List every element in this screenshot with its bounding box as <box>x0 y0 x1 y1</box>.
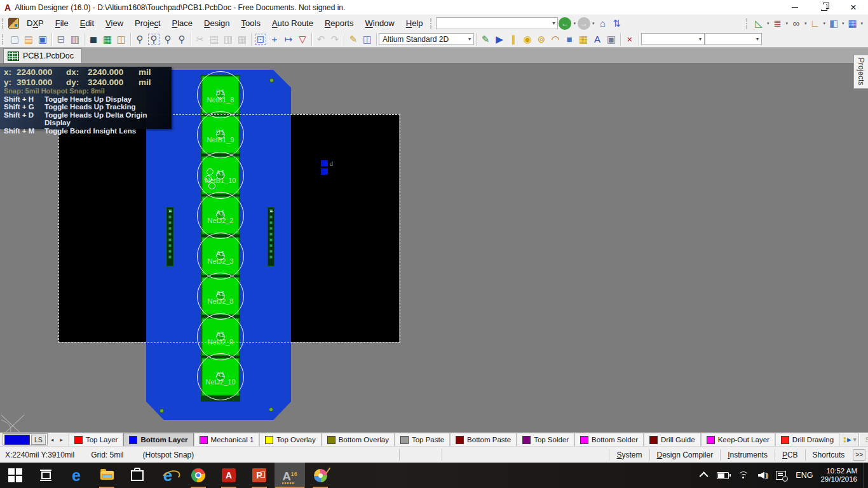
layer-tab-top-paste[interactable]: Top Paste <box>395 433 450 446</box>
find-similar-icon-caret[interactable]: ▾ <box>804 21 807 26</box>
zoom-selected-icon[interactable]: ⚲ <box>175 32 189 46</box>
print-icon[interactable]: ⊟ <box>54 32 68 46</box>
taskbar-app-store[interactable] <box>122 463 153 488</box>
panel-button-instruments[interactable]: Instruments <box>720 449 775 461</box>
pcb-document-icon[interactable]: ▦ <box>100 32 114 46</box>
grid-icon[interactable]: ▦ <box>845 17 859 30</box>
new-document-icon[interactable]: ▢ <box>8 32 22 46</box>
layer-tab-drill-guide[interactable]: Drill Guide <box>644 433 701 446</box>
place-fill-icon[interactable]: ■ <box>562 32 576 46</box>
layer-tab-top-overlay[interactable]: Top Overlay <box>259 433 321 446</box>
zoom-document-icon[interactable]: ⚲ <box>133 32 147 46</box>
grid-icon-caret[interactable]: ▾ <box>860 21 863 26</box>
menu-item-file[interactable]: File <box>50 17 74 30</box>
battery-icon[interactable] <box>717 472 729 479</box>
place-via-icon[interactable]: ⊚ <box>534 32 548 46</box>
small-component[interactable]: d <box>321 160 328 177</box>
refresh-icon[interactable]: ⇅ <box>610 17 624 30</box>
toolbar-grip[interactable] <box>2 18 5 29</box>
layer-set-control[interactable]: LS <box>3 433 48 445</box>
taskbar-app-altium-designer[interactable]: A16 <box>275 463 305 488</box>
eco-mode-icon[interactable]: × <box>623 32 637 46</box>
forward-caret-icon[interactable]: ▾ <box>592 21 595 26</box>
panel-button-pcb[interactable]: PCB <box>775 449 805 461</box>
menu-item-auto-route[interactable]: Auto Route <box>266 17 319 30</box>
layer-tab-keep-out-layer[interactable]: Keep-Out Layer <box>701 433 775 446</box>
layer-set-button[interactable]: LS <box>31 435 46 445</box>
view-selector-caret-icon[interactable]: ▾ <box>466 36 473 42</box>
menu-item-window[interactable]: Window <box>359 17 400 30</box>
taskbar-app-chrome[interactable] <box>183 463 214 488</box>
zoom-in-icon[interactable]: ⚲ <box>161 32 175 46</box>
taskbar-app-paint[interactable] <box>305 463 336 488</box>
back-caret-icon[interactable]: ▾ <box>573 21 576 26</box>
place-polygon-icon[interactable]: ▦ <box>576 32 590 46</box>
place-pad-icon[interactable]: ◉ <box>520 32 534 46</box>
left-connector[interactable] <box>166 207 173 266</box>
snap-button[interactable]: Snap <box>859 433 868 446</box>
volume-icon[interactable]: )) <box>758 471 767 479</box>
taskbar-app-internet-explorer[interactable]: e <box>153 463 183 488</box>
menu-item-reports[interactable]: Reports <box>319 17 360 30</box>
taskbar-app-start[interactable] <box>0 463 31 488</box>
align-objects-icon[interactable]: ≣ <box>770 17 784 30</box>
panel-button-system[interactable]: System <box>609 449 649 461</box>
dimension-icon-caret[interactable]: ▾ <box>823 21 825 26</box>
scroll-layers-left-button[interactable]: ◂ <box>48 437 57 443</box>
layer-tab-top-layer[interactable]: Top Layer <box>69 433 124 446</box>
board-planning-icon[interactable]: ◫ <box>114 32 128 46</box>
panel-button-shortcuts[interactable]: Shortcuts <box>805 449 852 461</box>
dxp-icon[interactable] <box>8 18 19 29</box>
insight-measure-icon[interactable]: ◺ <box>752 17 766 30</box>
room-icon-caret[interactable]: ▾ <box>842 21 844 26</box>
taskbar-app-task-view[interactable] <box>31 463 61 488</box>
clock[interactable]: 10:52 AM 29/10/2016 <box>820 467 857 484</box>
layer-tab-top-solder[interactable]: Top Solder <box>517 433 574 446</box>
panel-button-design-compiler[interactable]: Design Compiler <box>649 449 721 461</box>
highlight-net-icon[interactable]: ▶ <box>492 32 506 46</box>
menu-item-view[interactable]: View <box>100 17 129 30</box>
forward-icon[interactable]: → <box>578 17 590 30</box>
layer-tab-mechanical-1[interactable]: Mechanical 1 <box>194 433 260 446</box>
taskbar-app-file-explorer[interactable] <box>92 463 122 488</box>
quick-search-combo[interactable]: ▾ <box>436 17 558 29</box>
insight-measure-icon-caret[interactable]: ▾ <box>767 21 770 26</box>
view-3d-icon[interactable]: ◼ <box>86 32 100 46</box>
show-desktop-button[interactable] <box>864 463 868 488</box>
close-button[interactable]: × <box>839 0 868 15</box>
room-icon[interactable]: ◧ <box>827 17 841 30</box>
layer-tab-bottom-overlay[interactable]: Bottom Overlay <box>322 433 395 446</box>
layer-filter-icons[interactable]: ●● ▶ ▼ <box>843 437 858 443</box>
layer-tab-bottom-layer[interactable]: Bottom Layer <box>123 433 193 446</box>
taskbar-app-acrobat-reader[interactable]: A <box>214 463 244 488</box>
view-selector[interactable]: Altium Standard 2D▾ <box>379 33 474 45</box>
open-document-icon[interactable]: ▤ <box>22 32 36 46</box>
print-preview-icon[interactable]: ▥ <box>68 32 82 46</box>
place-string-icon[interactable]: A <box>590 32 604 46</box>
toolbar-combo-1-caret-icon[interactable]: ▾ <box>696 36 704 42</box>
minimize-button[interactable] <box>780 0 810 15</box>
menu-item-tools[interactable]: Tools <box>236 17 266 30</box>
clear-filter-icon[interactable]: ▽ <box>295 32 309 46</box>
browse-components-icon[interactable]: ◫ <box>360 32 374 46</box>
projects-panel-tab[interactable]: Projects <box>853 55 868 89</box>
toolbar-combo-1[interactable]: ▾ <box>641 33 705 45</box>
quick-search-combo-caret-icon[interactable]: ▾ <box>550 20 557 26</box>
menu-item-dxp[interactable]: DXP <box>21 17 50 30</box>
action-center-icon[interactable] <box>776 471 786 480</box>
menu-item-design[interactable]: Design <box>198 17 235 30</box>
diff-pair-routing-icon[interactable]: ∥ <box>506 32 520 46</box>
toolbar-combo-2[interactable]: ▾ <box>705 33 762 45</box>
zoom-area-icon[interactable]: ⚲ <box>147 32 161 46</box>
layer-tab-drill-drawing[interactable]: Drill Drawing <box>775 433 839 446</box>
menu-item-edit[interactable]: Edit <box>74 17 100 30</box>
interactive-routing-icon[interactable]: ✎ <box>478 32 492 46</box>
place-component-icon[interactable]: ▣ <box>604 32 618 46</box>
tab-pcb1-pcbdoc[interactable]: PCB1.PcbDoc <box>3 48 82 63</box>
menu-item-place[interactable]: Place <box>166 17 199 30</box>
menu-item-help[interactable]: Help <box>400 17 429 30</box>
wizard-icon[interactable]: ✎ <box>346 32 360 46</box>
wifi-icon[interactable] <box>738 471 749 479</box>
dimension-icon[interactable]: ∟ <box>808 17 822 30</box>
layer-tab-bottom-paste[interactable]: Bottom Paste <box>450 433 517 446</box>
